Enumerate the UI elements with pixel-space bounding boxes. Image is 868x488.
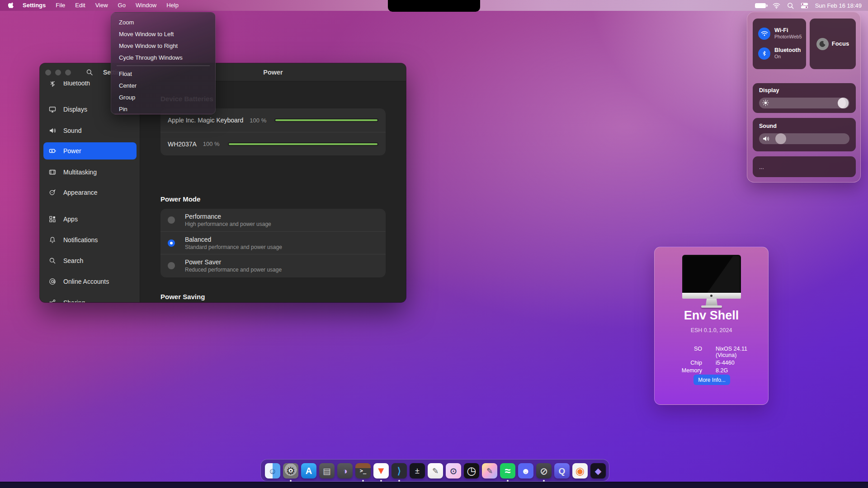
moon-icon	[816, 38, 829, 50]
power-saving-heading: Power Saving	[160, 293, 205, 300]
option-description: Reduced performance and power usage	[185, 267, 282, 273]
menu-window[interactable]: Window	[131, 0, 161, 11]
brave-glyph: ▼	[376, 466, 386, 476]
option-label: Power Saver	[185, 258, 282, 266]
more-card[interactable]: ...	[753, 156, 856, 177]
dock-settings-icon[interactable]: ⚙	[283, 463, 298, 479]
dock-terminal-icon[interactable]: >_	[355, 463, 371, 479]
calculator-glyph: ±	[415, 467, 420, 475]
sidebar-item-sound[interactable]: Sound	[43, 122, 137, 139]
desktop-bottom-band	[0, 482, 868, 488]
system-specs: SO NixOS 24.11 (Vicuna) Chip i5-4460 Mem…	[668, 346, 768, 374]
dock-vscode-icon[interactable]: ⟩	[392, 463, 407, 479]
more-label: ...	[759, 164, 764, 170]
wifi-toggle[interactable]: Wi-Fi PhotonWeb5	[758, 23, 806, 43]
dock-textedit-icon[interactable]: ✎	[428, 463, 443, 479]
finder-glyph: ☺	[268, 467, 277, 475]
volume-slider[interactable]	[759, 133, 849, 144]
focus-card[interactable]: Focus	[810, 19, 856, 69]
dock-quicklook-icon[interactable]: Q	[554, 463, 570, 479]
window-maximize-button[interactable]	[65, 70, 71, 75]
menu-item-move-window-left[interactable]: Move Window to Left	[111, 28, 215, 40]
menu-item-float[interactable]: Float	[111, 68, 215, 80]
clock[interactable]: Sun Feb 16 18:49	[815, 2, 862, 9]
dock-1password-icon[interactable]: ⊘	[536, 463, 552, 479]
menu-go[interactable]: Go	[113, 0, 131, 11]
dock-preview-icon[interactable]: ⊙	[446, 463, 461, 479]
sidebar-item-search[interactable]: Search	[43, 252, 137, 269]
menu-bar-status: Sun Feb 16 18:49	[755, 2, 868, 9]
dock-calculator-icon[interactable]: ±	[410, 463, 425, 479]
apple-logo-icon	[8, 2, 14, 9]
sidebar-search-button[interactable]	[86, 69, 93, 76]
imac-base	[701, 305, 722, 308]
window-minimize-button[interactable]	[55, 70, 61, 75]
menu-edit[interactable]: Edit	[70, 0, 90, 11]
desktop: Settings File Edit View Go Window Help S…	[0, 0, 868, 488]
wifi-status-icon[interactable]	[773, 3, 780, 9]
sidebar-item-sharing[interactable]: Sharing	[43, 294, 137, 302]
dock-clock-icon[interactable]: ◷	[464, 463, 479, 479]
menu-item-cycle-windows[interactable]: Cycle Through Windows	[111, 52, 215, 64]
dock-obsidian-icon[interactable]: ◆	[590, 463, 606, 479]
menu-item-zoom[interactable]: Zoom	[111, 17, 215, 28]
dock-finder-icon[interactable]: ☺	[265, 463, 280, 479]
radio-button-selected[interactable]	[168, 239, 175, 247]
more-info-button[interactable]: More Info...	[693, 375, 730, 385]
bluetooth-toggle[interactable]: Bluetooth On	[758, 43, 806, 63]
sidebar-item-appearance[interactable]: Appearance	[43, 184, 137, 201]
control-center-icon[interactable]	[801, 2, 808, 9]
sidebar-item-multitasking[interactable]: Multitasking	[43, 164, 137, 181]
brightness-icon	[762, 99, 769, 108]
sidebar-item-notifications[interactable]: Notifications	[43, 231, 137, 249]
terminal-glyph: >_	[360, 468, 366, 474]
spec-value-chip: i5-4460	[716, 360, 768, 366]
menu-app-name[interactable]: Settings	[18, 0, 51, 11]
menu-item-move-window-right[interactable]: Move Window to Right	[111, 40, 215, 52]
dock-discord-icon[interactable]: ☻	[518, 463, 533, 479]
battery-icon[interactable]	[755, 3, 766, 8]
brightness-slider[interactable]	[759, 98, 849, 108]
dock-brave-icon[interactable]: ▼	[373, 463, 389, 479]
dock-spotify-icon[interactable]: ≈	[500, 463, 515, 479]
dock-color-editor-icon[interactable]: ✎	[482, 463, 497, 479]
apple-menu[interactable]	[5, 2, 18, 9]
disk-glyph: ▤	[323, 467, 331, 475]
volume-slider-thumb[interactable]	[775, 133, 786, 144]
menu-item-group[interactable]: Group	[111, 92, 215, 103]
power-icon	[49, 147, 57, 155]
power-mode-heading: Power Mode	[160, 195, 200, 203]
dock-app-store-icon[interactable]: A	[301, 463, 316, 479]
sound-label: Sound	[759, 123, 849, 129]
settings-window: Bluetooth Displays Sound Power Multitask…	[40, 63, 406, 302]
menu-file[interactable]: File	[51, 0, 70, 11]
sidebar-item-power[interactable]: Power	[43, 142, 137, 160]
menu-view[interactable]: View	[90, 0, 113, 11]
power-mode-option-performance[interactable]: Performance High performance and power u…	[160, 209, 386, 231]
brightness-slider-thumb[interactable]	[838, 98, 849, 108]
battery-percentage: 100 %	[250, 117, 266, 124]
dock-disk-utility-icon[interactable]: ▤	[319, 463, 335, 479]
radio-button[interactable]	[168, 262, 175, 269]
color-editor-glyph: ✎	[486, 467, 493, 475]
sidebar-item-label: Displays	[63, 106, 87, 113]
dock-disks-icon[interactable]: ◑	[337, 463, 353, 479]
sidebar-item-label: Sound	[63, 127, 81, 134]
menu-item-pin[interactable]: Pin	[111, 103, 215, 115]
power-mode-option-balanced[interactable]: Balanced Standard performance and power …	[160, 231, 386, 254]
bluetooth-status: On	[774, 54, 801, 60]
appearance-icon	[49, 189, 57, 196]
power-mode-option-power-saver[interactable]: Power Saver Reduced performance and powe…	[160, 254, 386, 277]
menu-separator	[117, 66, 210, 66]
multitasking-icon	[49, 169, 57, 176]
radio-button[interactable]	[168, 216, 175, 224]
sidebar-item-apps[interactable]: Apps	[43, 211, 137, 228]
clock-glyph: ◷	[467, 465, 476, 476]
window-close-button[interactable]	[45, 70, 51, 75]
search-status-icon[interactable]	[787, 2, 794, 9]
menu-help[interactable]: Help	[161, 0, 184, 11]
menu-item-center[interactable]: Center	[111, 80, 215, 92]
search-icon	[49, 257, 57, 264]
sidebar-item-online-accounts[interactable]: Online Accounts	[43, 273, 137, 290]
dock-blender-icon[interactable]: ◉	[572, 463, 588, 479]
